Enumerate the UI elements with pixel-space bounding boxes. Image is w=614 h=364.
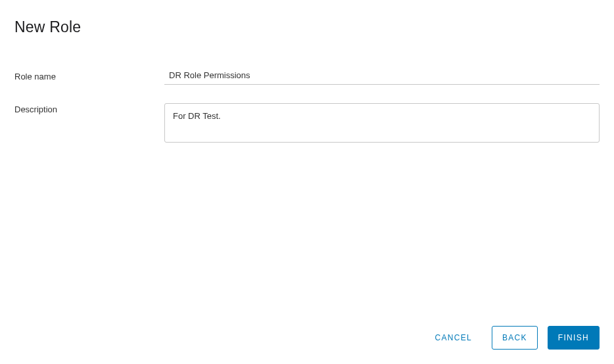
role-name-input[interactable] (164, 68, 600, 85)
role-name-row: Role name (14, 68, 600, 85)
page-title: New Role (14, 18, 614, 36)
role-name-field-wrapper (164, 68, 600, 85)
cancel-button[interactable]: CANCEL (425, 327, 481, 349)
back-button[interactable]: BACK (492, 326, 538, 350)
button-bar: CANCEL BACK FINISH (425, 326, 600, 350)
description-row: Description For DR Test. (14, 103, 600, 145)
description-textarea[interactable]: For DR Test. (164, 103, 600, 143)
description-label: Description (14, 103, 164, 114)
description-field-wrapper: For DR Test. (164, 103, 600, 145)
role-name-label: Role name (14, 68, 164, 81)
finish-button[interactable]: FINISH (548, 326, 600, 350)
form-area: Role name Description For DR Test. (0, 36, 614, 145)
